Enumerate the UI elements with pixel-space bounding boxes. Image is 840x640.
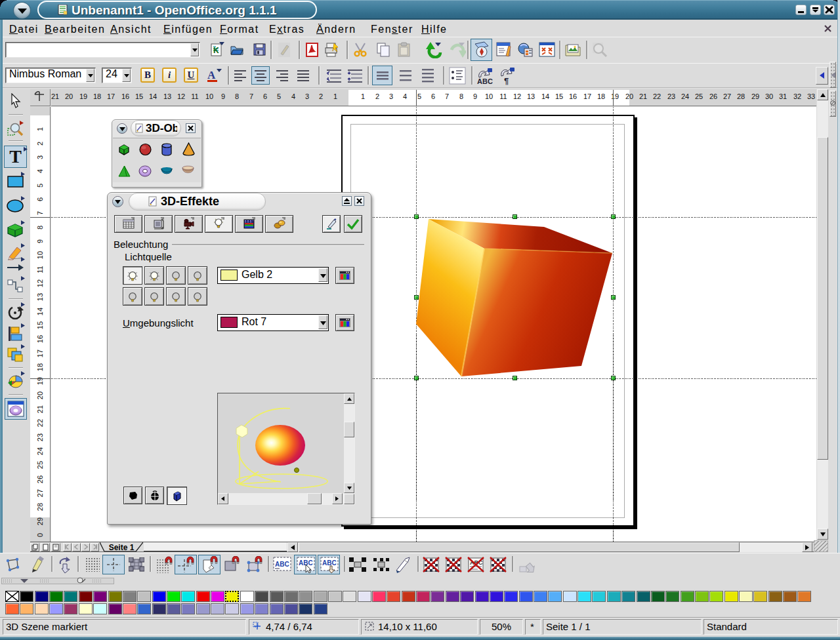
- svg-text:ABC: ABC: [477, 77, 493, 85]
- svg-text:K: K: [213, 46, 219, 55]
- svg-text:¶: ¶: [504, 76, 509, 85]
- svg-text:ABC: ABC: [322, 559, 337, 567]
- svg-text:ABC: ABC: [275, 561, 289, 568]
- svg-text:A: A: [207, 69, 216, 81]
